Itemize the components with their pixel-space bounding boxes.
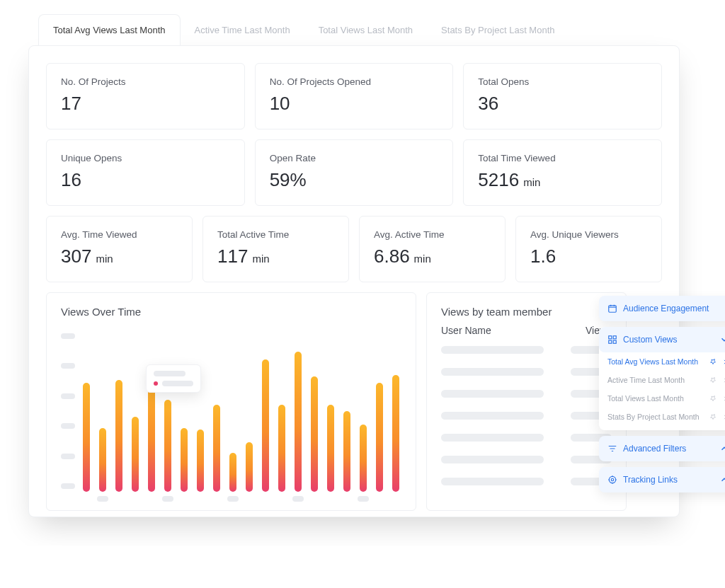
tab-total-avg-views[interactable]: Total Avg Views Last Month xyxy=(38,14,181,45)
charts-row: Views Over Time xyxy=(46,292,662,511)
pin-icon[interactable] xyxy=(709,413,717,420)
skeleton-text xyxy=(441,434,544,442)
card-total-time-viewed: Total Time Viewed 5216min xyxy=(463,139,662,206)
bar[interactable] xyxy=(360,425,367,492)
side-item-actions xyxy=(709,358,725,365)
table-row xyxy=(441,478,612,485)
card-value: 307min xyxy=(61,246,178,267)
side-custom-view-item[interactable]: Total Views Last Month xyxy=(599,389,725,408)
table-row xyxy=(441,346,612,354)
calendar-icon xyxy=(607,304,617,313)
bar-col xyxy=(276,405,287,502)
bar[interactable] xyxy=(213,405,220,492)
card-value: 10 xyxy=(270,93,439,115)
col-user-name: User Name xyxy=(441,325,491,336)
side-tracking-links[interactable]: Tracking Links xyxy=(599,467,725,492)
side-audience-engagement[interactable]: Audience Engagement xyxy=(599,296,725,321)
tooltip-skeleton xyxy=(162,381,193,386)
bar[interactable] xyxy=(327,405,334,492)
side-advanced-filters[interactable]: Advanced Filters xyxy=(599,436,725,461)
bar-col xyxy=(374,383,385,502)
bar-col xyxy=(81,383,92,502)
pin-icon[interactable] xyxy=(709,376,717,384)
svg-rect-2 xyxy=(613,336,616,339)
card-avg-time-viewed: Avg. Time Viewed 307min xyxy=(46,216,193,282)
close-icon[interactable] xyxy=(722,376,725,384)
bar-col xyxy=(292,352,304,502)
x-tick xyxy=(162,496,173,502)
pin-icon[interactable] xyxy=(709,395,717,402)
bar-col xyxy=(227,453,239,502)
svg-rect-4 xyxy=(613,340,616,343)
card-avg-unique-viewers: Avg. Unique Viewers 1.6 xyxy=(515,216,662,282)
card-value: 36 xyxy=(478,93,647,115)
side-item-label: Total Avg Views Last Month xyxy=(607,357,698,366)
table-row xyxy=(441,456,612,463)
card-value: 16 xyxy=(61,169,230,191)
close-icon[interactable] xyxy=(722,395,725,402)
pin-icon[interactable] xyxy=(709,358,717,365)
x-tick xyxy=(227,496,239,502)
bar[interactable] xyxy=(164,400,171,492)
skeleton-text xyxy=(441,390,544,398)
tab-total-views[interactable]: Total Views Last Month xyxy=(304,15,427,45)
stats-row-1: No. Of Projects 17 No. Of Projects Opene… xyxy=(46,63,662,129)
bar[interactable] xyxy=(311,376,318,492)
views-by-team-member-card: Views by team member User Name Views xyxy=(426,292,627,511)
bar[interactable] xyxy=(148,376,155,492)
bar[interactable] xyxy=(278,405,285,492)
tab-active-time[interactable]: Active Time Last Month xyxy=(181,15,304,45)
card-open-rate: Open Rate 59% xyxy=(255,139,454,206)
card-label: Total Active Time xyxy=(217,229,334,240)
side-custom-view-item[interactable]: Stats By Project Last Month xyxy=(599,408,725,426)
bar[interactable] xyxy=(295,352,302,492)
side-custom-views-list: Total Avg Views Last MonthActive Time La… xyxy=(599,352,725,426)
card-value: 6.86min xyxy=(374,246,491,267)
card-label: Open Rate xyxy=(270,153,439,163)
side-custom-views-head[interactable]: Custom Views xyxy=(599,327,725,352)
table-row xyxy=(441,390,612,398)
bar[interactable] xyxy=(376,383,383,492)
bar[interactable] xyxy=(83,383,90,492)
side-panel: Audience Engagement Custom Views Total A… xyxy=(599,296,725,492)
bar[interactable] xyxy=(229,453,236,492)
stats-row-3: Avg. Time Viewed 307min Total Active Tim… xyxy=(46,216,662,282)
card-value: 1.6 xyxy=(530,246,647,267)
bar[interactable] xyxy=(246,442,253,492)
bar-col xyxy=(341,411,353,502)
card-total-opens: Total Opens 36 xyxy=(463,63,662,129)
close-icon[interactable] xyxy=(722,358,725,365)
skeleton-text xyxy=(441,456,544,463)
tab-stats-by-project[interactable]: Stats By Project Last Month xyxy=(427,15,569,45)
y-axis xyxy=(61,333,81,489)
bar[interactable] xyxy=(262,359,269,492)
bar[interactable] xyxy=(115,380,122,492)
bar[interactable] xyxy=(197,430,204,492)
views-bar-chart xyxy=(61,325,401,502)
bar[interactable] xyxy=(343,411,350,492)
bar[interactable] xyxy=(99,428,106,492)
card-label: Unique Opens xyxy=(61,153,230,163)
bar[interactable] xyxy=(132,417,139,492)
bar[interactable] xyxy=(181,428,188,492)
side-label: Custom Views xyxy=(623,335,677,345)
skeleton-text xyxy=(441,478,544,485)
side-item-actions xyxy=(709,376,725,384)
svg-point-6 xyxy=(611,478,614,481)
bar-col xyxy=(162,400,173,502)
card-unique-opens: Unique Opens 16 xyxy=(46,139,245,206)
views-over-time-card: Views Over Time xyxy=(46,292,416,511)
card-avg-active-time: Avg. Active Time 6.86min xyxy=(359,216,506,282)
card-value: 59% xyxy=(270,169,439,191)
card-label: Avg. Unique Viewers xyxy=(530,229,647,240)
y-tick xyxy=(61,423,75,429)
bar[interactable] xyxy=(392,375,399,492)
side-item-label: Stats By Project Last Month xyxy=(607,413,700,421)
y-tick xyxy=(61,393,75,399)
bar-col xyxy=(146,376,157,502)
side-custom-views-group: Custom Views Total Avg Views Last MonthA… xyxy=(599,327,725,430)
side-custom-view-item[interactable]: Active Time Last Month xyxy=(599,371,725,389)
close-icon[interactable] xyxy=(722,413,725,420)
dashboard-wrap: Total Avg Views Last Month Active Time L… xyxy=(28,14,680,517)
side-custom-view-item[interactable]: Total Avg Views Last Month xyxy=(599,352,725,371)
